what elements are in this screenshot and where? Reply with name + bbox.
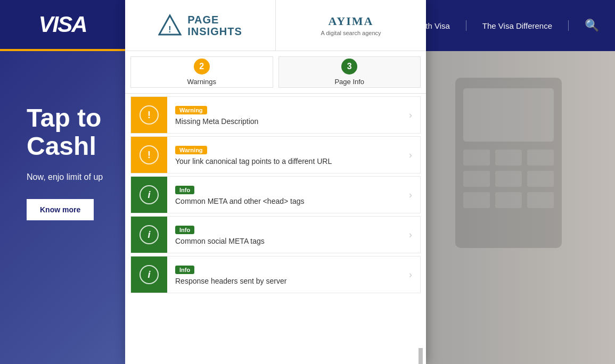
warnings-label: Warnings (187, 78, 216, 86)
warning-icon: ! (140, 105, 159, 125)
item-icon-warning: ! (131, 137, 167, 173)
item-icon-info: i (131, 217, 167, 253)
item-content: Info Common social META tags (167, 219, 401, 251)
ayima-sub: A digital search agency (321, 30, 381, 36)
warnings-badge: 2 (194, 59, 210, 75)
item-content: Warning Missing Meta Description (167, 100, 401, 131)
know-more-button[interactable]: Know more (27, 199, 94, 220)
scroll-indicator (419, 348, 423, 364)
page-info-badge: 3 (341, 59, 357, 75)
chevron-right-icon: › (401, 269, 420, 280)
svg-rect-4 (527, 150, 554, 166)
item-title: Missing Meta Description (175, 117, 393, 126)
ayima-logo: AYIMA A digital search agency (321, 14, 381, 36)
hero-body: Now, enjo limit of up (27, 171, 103, 183)
page-insights-logo: ! PAGE INSIGHTS (158, 13, 242, 37)
plugin-header-right: AYIMA A digital search agency (276, 0, 426, 51)
item-badge-info: Info (175, 266, 194, 274)
list-item[interactable]: ! Warning Missing Meta Description › (130, 96, 421, 134)
svg-rect-8 (463, 192, 490, 208)
item-badge-warning: Warning (175, 106, 207, 114)
list-item[interactable]: i Info Common META and other <head> tags… (130, 176, 421, 213)
plugin-overlay: ! PAGE INSIGHTS AYIMA A digital search a… (125, 0, 426, 364)
item-badge-warning: Warning (175, 146, 207, 154)
ayima-name: AYIMA (321, 14, 381, 28)
item-title: Response headers sent by server (175, 277, 393, 285)
plugin-header-left: ! PAGE INSIGHTS (125, 0, 276, 51)
plugin-logo-text: PAGE INSIGHTS (187, 14, 242, 37)
nav-divider (466, 20, 466, 31)
item-title: Common META and other <head> tags (175, 197, 393, 205)
hero-headline: Tap to Cashl (27, 104, 103, 161)
plugin-tabs: 2 Warnings 3 Page Info (125, 51, 426, 94)
svg-rect-5 (463, 171, 490, 187)
visa-logo: VISA (0, 0, 125, 51)
visa-logo-text: VISA (38, 12, 86, 37)
item-title: Common social META tags (175, 237, 393, 245)
info-icon: i (140, 185, 159, 204)
list-item[interactable]: i Info Common social META tags › (130, 216, 421, 253)
item-icon-info: i (131, 177, 167, 213)
item-content: Info Common META and other <head> tags (167, 179, 401, 211)
hero-image (402, 51, 615, 364)
item-badge-info: Info (175, 186, 194, 194)
svg-rect-2 (463, 150, 490, 166)
hero-text: Tap to Cashl Now, enjo limit of up Know … (27, 104, 103, 220)
chevron-right-icon: › (401, 150, 420, 161)
svg-rect-10 (527, 192, 554, 208)
warning-icon: ! (140, 145, 159, 164)
item-content: Info Response headers sent by server (167, 259, 401, 291)
svg-text:!: ! (169, 25, 171, 34)
chevron-right-icon: › (401, 189, 420, 201)
svg-rect-6 (495, 171, 522, 187)
item-badge-info: Info (175, 226, 194, 234)
item-icon-warning: ! (131, 97, 167, 133)
plugin-header: ! PAGE INSIGHTS AYIMA A digital search a… (125, 0, 426, 51)
page-info-label: Page Info (334, 78, 364, 86)
chevron-right-icon: › (401, 110, 420, 121)
svg-rect-3 (495, 150, 522, 166)
item-content: Warning Your link canonical tag points t… (167, 139, 401, 171)
nav-item-difference[interactable]: The Visa Difference (482, 21, 552, 30)
tab-warnings[interactable]: 2 Warnings (130, 56, 273, 88)
visa-nav: vel With Visa The Visa Difference 🔍 (404, 19, 615, 32)
info-icon: i (140, 265, 159, 284)
svg-rect-7 (527, 171, 554, 187)
search-icon[interactable]: 🔍 (585, 19, 599, 32)
info-icon: i (140, 225, 159, 244)
list-item[interactable]: i Info Response headers sent by server › (130, 256, 421, 293)
nav-divider-2 (568, 20, 569, 31)
item-title: Your link canonical tag points to a diff… (175, 157, 393, 166)
tab-page-info[interactable]: 3 Page Info (278, 56, 421, 88)
chevron-right-icon: › (401, 229, 420, 241)
item-icon-info: i (131, 257, 167, 293)
list-item[interactable]: ! Warning Your link canonical tag points… (130, 136, 421, 173)
plugin-logo-icon: ! (158, 13, 182, 37)
svg-rect-9 (495, 192, 522, 208)
svg-rect-1 (463, 88, 554, 142)
plugin-items-list: ! Warning Missing Meta Description › ! W… (125, 94, 426, 364)
